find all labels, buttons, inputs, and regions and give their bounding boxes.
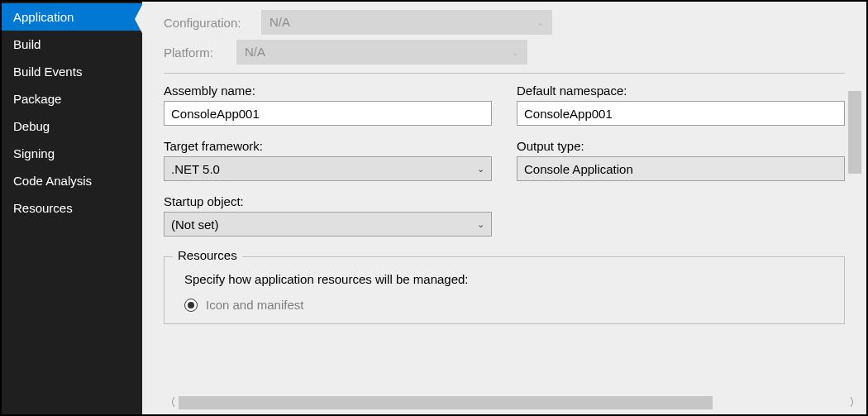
- sidebar-item-label: Build: [13, 37, 41, 51]
- target-framework-select[interactable]: .NET 5.0 ⌄: [164, 156, 492, 181]
- radio-dot-icon: [188, 302, 194, 308]
- sidebar-item-signing[interactable]: Signing: [2, 140, 142, 167]
- configuration-select: N/A ⌄: [261, 10, 552, 35]
- sidebar-item-resources[interactable]: Resources: [2, 194, 142, 222]
- platform-value: N/A: [245, 40, 265, 65]
- sidebar-item-label: Build Events: [13, 65, 82, 79]
- radio-icon-manifest-label: Icon and manifest: [206, 298, 303, 312]
- target-framework-label: Target framework:: [164, 139, 492, 153]
- sidebar-item-label: Debug: [13, 119, 50, 133]
- chevron-down-icon: ⌄: [477, 164, 484, 175]
- startup-object-select[interactable]: (Not set) ⌄: [164, 212, 492, 237]
- sidebar-item-debug[interactable]: Debug: [2, 112, 142, 140]
- chevron-down-icon: ⌄: [537, 10, 544, 35]
- resources-group: Resources Specify how application resour…: [164, 256, 845, 324]
- sidebar-item-label: Package: [13, 92, 61, 106]
- platform-select: N/A ⌄: [236, 40, 527, 65]
- scroll-right-icon[interactable]: 〉: [847, 394, 863, 411]
- resources-legend: Resources: [173, 248, 242, 262]
- sidebar-item-label: Code Analysis: [13, 174, 92, 188]
- chevron-down-icon: ⌄: [512, 40, 519, 65]
- sidebar-item-application[interactable]: Application: [2, 3, 142, 31]
- assembly-name-label: Assembly name:: [164, 84, 492, 98]
- target-framework-value: .NET 5.0: [171, 162, 220, 176]
- output-type-label: Output type:: [517, 139, 845, 153]
- startup-object-label: Startup object:: [164, 194, 492, 208]
- vertical-scroll-thumb[interactable]: [848, 91, 861, 174]
- sidebar-item-label: Application: [13, 10, 74, 24]
- sidebar-item-label: Signing: [13, 146, 55, 160]
- sidebar: Application Build Build Events Package D…: [2, 2, 142, 414]
- output-type-select[interactable]: Console Application: [517, 156, 845, 181]
- main-panel: Configuration: N/A ⌄ Platform: N/A ⌄ Ass…: [142, 2, 866, 414]
- radio-icon-manifest[interactable]: [184, 299, 198, 312]
- sidebar-item-label: Resources: [13, 201, 73, 215]
- default-namespace-label: Default namespace:: [517, 84, 845, 98]
- assembly-name-input[interactable]: [164, 101, 492, 126]
- sidebar-item-build-events[interactable]: Build Events: [2, 58, 142, 85]
- configuration-label: Configuration:: [164, 16, 261, 30]
- sidebar-item-code-analysis[interactable]: Code Analysis: [2, 167, 142, 194]
- resources-description: Specify how application resources will b…: [184, 272, 832, 286]
- default-namespace-input[interactable]: [517, 101, 845, 126]
- divider: [164, 73, 845, 74]
- horizontal-scroll-track[interactable]: [179, 396, 847, 409]
- vertical-scrollbar[interactable]: ︿: [847, 91, 863, 391]
- chevron-down-icon: ⌄: [477, 219, 484, 230]
- horizontal-scrollbar[interactable]: 〈 〉: [162, 394, 863, 411]
- startup-object-value: (Not set): [171, 218, 219, 232]
- horizontal-scroll-thumb[interactable]: [179, 396, 713, 409]
- output-type-value: Console Application: [524, 162, 633, 176]
- configuration-value: N/A: [269, 10, 290, 35]
- scroll-left-icon[interactable]: 〈: [162, 394, 179, 411]
- sidebar-item-build[interactable]: Build: [2, 31, 142, 58]
- sidebar-item-package[interactable]: Package: [2, 85, 142, 112]
- platform-label: Platform:: [164, 45, 236, 60]
